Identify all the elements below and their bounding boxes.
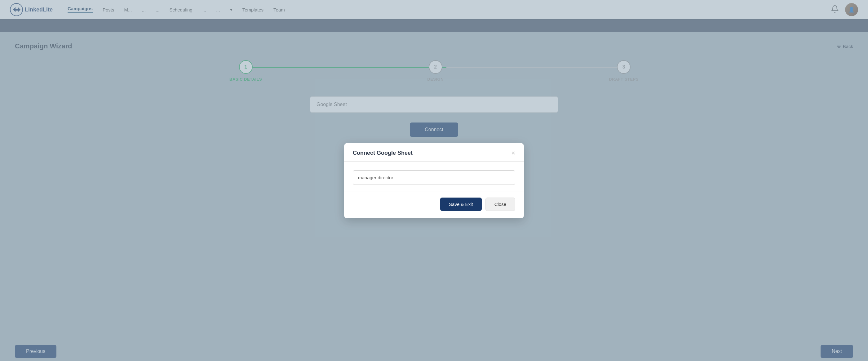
modal-body — [344, 161, 524, 191]
modal-overlay[interactable]: Connect Google Sheet × Save & Exit Close — [0, 0, 868, 361]
modal-close-button[interactable]: × — [512, 150, 515, 156]
modal-search-input[interactable] — [353, 170, 515, 185]
modal-close-btn-footer[interactable]: Close — [486, 198, 515, 211]
modal-footer: Save & Exit Close — [344, 191, 524, 218]
save-exit-button[interactable]: Save & Exit — [440, 198, 482, 211]
modal-title: Connect Google Sheet — [353, 150, 413, 156]
modal-dialog: Connect Google Sheet × Save & Exit Close — [344, 143, 524, 218]
modal-header: Connect Google Sheet × — [344, 143, 524, 161]
